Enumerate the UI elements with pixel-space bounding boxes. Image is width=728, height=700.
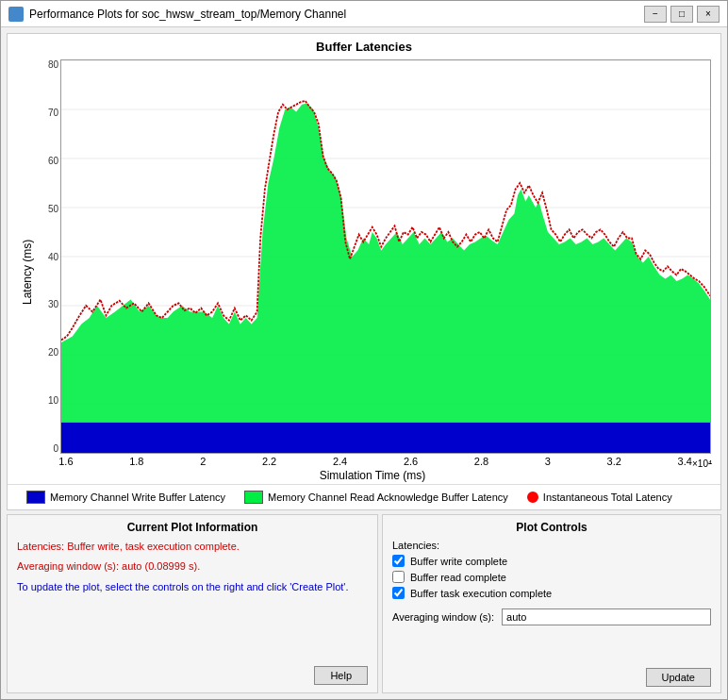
update-btn-area: Update: [392, 660, 711, 687]
checkbox-buffer-read[interactable]: [392, 571, 405, 583]
checkbox-write-label: Buffer write complete: [410, 556, 507, 567]
bottom-section: Current Plot Information Latencies: Buff…: [7, 514, 721, 693]
legend-item-instant: Instantaneous Total Latency: [527, 491, 672, 504]
x-multiplier: ×10⁴: [692, 458, 711, 469]
y-tick-0: 0: [36, 443, 58, 454]
checkbox-buffer-task[interactable]: [392, 587, 405, 599]
content-area: Buffer Latencies Latency (ms) 0 10 20 30…: [1, 27, 727, 699]
window-title: Performance Plots for soc_hwsw_stream_to…: [29, 8, 644, 21]
x-tick-28: 2.8: [474, 456, 488, 467]
x-tick-16: 1.6: [58, 456, 73, 467]
main-window: Performance Plots for soc_hwsw_stream_to…: [0, 0, 728, 700]
title-bar-controls: − □ ×: [644, 6, 720, 23]
checkbox-buffer-write[interactable]: [392, 555, 405, 567]
legend-label-instant: Instantaneous Total Latency: [543, 492, 672, 503]
avg-window-input[interactable]: [502, 608, 711, 625]
plot-controls-panel: Plot Controls Latencies: Buffer write co…: [382, 514, 721, 693]
update-button[interactable]: Update: [646, 668, 711, 687]
y-axis-label: Latency (ms): [17, 59, 34, 484]
y-tick-80: 80: [36, 59, 58, 70]
checkbox-row-task: Buffer task execution complete: [392, 587, 711, 599]
current-plot-info-panel: Current Plot Information Latencies: Buff…: [7, 514, 378, 693]
close-button[interactable]: ×: [697, 6, 720, 23]
legend-item-read: Memory Channel Read Acknowledge Buffer L…: [244, 491, 508, 504]
plot-controls-title: Plot Controls: [392, 521, 711, 534]
current-plot-info-title: Current Plot Information: [17, 521, 368, 534]
latencies-controls-label: Latencies:: [392, 540, 711, 551]
y-tick-70: 70: [36, 108, 58, 118]
x-tick-34: 3.4: [678, 456, 692, 467]
legend-box-read: [244, 491, 263, 504]
plot-container: Latency (ms) 0 10 20 30 40 50 60 70: [8, 56, 720, 484]
chart-svg: [61, 60, 710, 453]
svg-marker-10: [61, 104, 710, 423]
checkbox-row-write: Buffer write complete: [392, 555, 711, 567]
maximize-button[interactable]: □: [670, 6, 693, 23]
checkbox-read-label: Buffer read complete: [410, 572, 506, 583]
plot-title: Buffer Latencies: [8, 34, 720, 56]
legend-item-write: Memory Channel Write Buffer Latency: [26, 491, 225, 504]
x-axis-area: 1.6 1.8 2 2.2 2.4 2.6 2.8 3 3.2 3.4: [34, 454, 711, 484]
x-ticks: 1.6 1.8 2 2.2 2.4 2.6 2.8 3 3.2 3.4: [58, 454, 692, 469]
minimize-button[interactable]: −: [644, 6, 667, 23]
avg-window-label: Averaging window (s):: [392, 611, 494, 623]
latencies-info-text: Latencies: Buffer write, task execution …: [17, 540, 368, 554]
x-tick-24: 2.4: [333, 456, 347, 467]
y-tick-50: 50: [36, 204, 58, 214]
x-tick-26: 2.6: [404, 456, 418, 467]
help-btn-area: Help: [314, 666, 368, 685]
x-axis-label: Simulation Time (ms): [320, 469, 426, 484]
x-tick-2: 2: [200, 456, 206, 467]
window-icon: [8, 7, 24, 22]
chart-area: 0 10 20 30 40 50 60 70 80: [34, 59, 711, 484]
legend-area: Memory Channel Write Buffer Latency Memo…: [8, 484, 720, 509]
svg-rect-9: [61, 423, 710, 454]
y-tick-60: 60: [36, 156, 58, 166]
chart-inner: [60, 59, 711, 454]
y-tick-40: 40: [36, 252, 58, 262]
help-button[interactable]: Help: [314, 666, 368, 685]
y-tick-20: 20: [36, 347, 58, 358]
title-bar: Performance Plots for soc_hwsw_stream_to…: [1, 1, 727, 27]
y-tick-10: 10: [36, 395, 58, 406]
x-tick-3: 3: [545, 456, 551, 467]
update-instruction-text: To update the plot, select the controls …: [17, 580, 368, 594]
avg-row: Averaging window (s):: [392, 608, 711, 625]
x-tick-22: 2.2: [262, 456, 276, 467]
x-tick-18: 1.8: [129, 456, 143, 467]
x-tick-32: 3.2: [607, 456, 621, 467]
legend-label-read: Memory Channel Read Acknowledge Buffer L…: [268, 492, 508, 503]
checkbox-row-read: Buffer read complete: [392, 571, 711, 583]
legend-box-write: [26, 491, 45, 504]
legend-circle-instant: [527, 492, 538, 503]
legend-label-write: Memory Channel Write Buffer Latency: [50, 492, 225, 503]
averaging-info-text: Averaging window (s): auto (0.08999 s).: [17, 559, 368, 574]
checkbox-task-label: Buffer task execution complete: [410, 588, 552, 599]
y-tick-30: 30: [36, 299, 58, 309]
plot-section: Buffer Latencies Latency (ms) 0 10 20 30…: [7, 33, 721, 510]
